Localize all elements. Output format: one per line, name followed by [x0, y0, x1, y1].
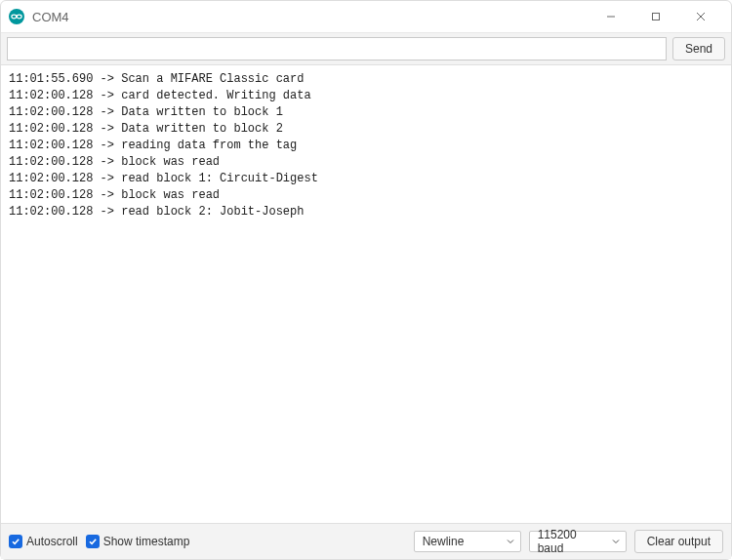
baud-rate-value: 115200 baud — [538, 528, 604, 555]
show-timestamp-checkbox[interactable]: Show timestamp — [86, 535, 190, 548]
line-ending-select[interactable]: Newline — [414, 531, 521, 552]
serial-send-input[interactable] — [7, 37, 667, 60]
check-icon — [9, 535, 22, 548]
send-button[interactable]: Send — [672, 37, 725, 60]
autoscroll-checkbox[interactable]: Autoscroll — [9, 535, 78, 548]
serial-monitor-window: COM4 Send 11:01:55.690 -> Scan a MIFARE … — [0, 0, 732, 560]
line-ending-value: Newline — [423, 535, 465, 548]
baud-rate-select[interactable]: 115200 baud — [529, 531, 627, 552]
svg-rect-4 — [653, 14, 660, 20]
output-line: 11:02:00.128 -> reading data from the ta… — [9, 138, 723, 154]
output-line: 11:02:00.128 -> block was read — [9, 154, 723, 171]
show-timestamp-label: Show timestamp — [103, 535, 190, 548]
output-line: 11:02:00.128 -> Data written to block 2 — [9, 121, 723, 138]
serial-output[interactable]: 11:01:55.690 -> Scan a MIFARE Classic ca… — [1, 65, 731, 523]
output-line: 11:02:00.128 -> read block 2: Jobit-Jose… — [9, 204, 723, 220]
titlebar[interactable]: COM4 — [1, 1, 731, 32]
output-line: 11:02:00.128 -> Data written to block 1 — [9, 104, 723, 121]
output-line: 11:02:00.128 -> block was read — [9, 187, 723, 204]
statusbar: Autoscroll Show timestamp Newline 115200… — [1, 523, 731, 559]
output-line: 11:02:00.128 -> read block 1: Circuit-Di… — [9, 171, 723, 187]
check-icon — [86, 535, 100, 548]
autoscroll-label: Autoscroll — [26, 535, 78, 548]
chevron-down-icon — [612, 538, 620, 545]
send-button-label: Send — [685, 42, 712, 56]
send-toolbar: Send — [1, 32, 731, 65]
close-button[interactable] — [678, 1, 723, 32]
output-line: 11:02:00.128 -> card detected. Writing d… — [9, 88, 723, 104]
arduino-app-icon — [9, 9, 24, 24]
chevron-down-icon — [507, 538, 514, 545]
clear-output-button[interactable]: Clear output — [634, 530, 723, 553]
window-title: COM4 — [32, 10, 69, 24]
minimize-button[interactable] — [589, 1, 633, 32]
output-line: 11:01:55.690 -> Scan a MIFARE Classic ca… — [9, 71, 723, 88]
maximize-button[interactable] — [633, 1, 678, 32]
clear-output-label: Clear output — [647, 535, 711, 548]
